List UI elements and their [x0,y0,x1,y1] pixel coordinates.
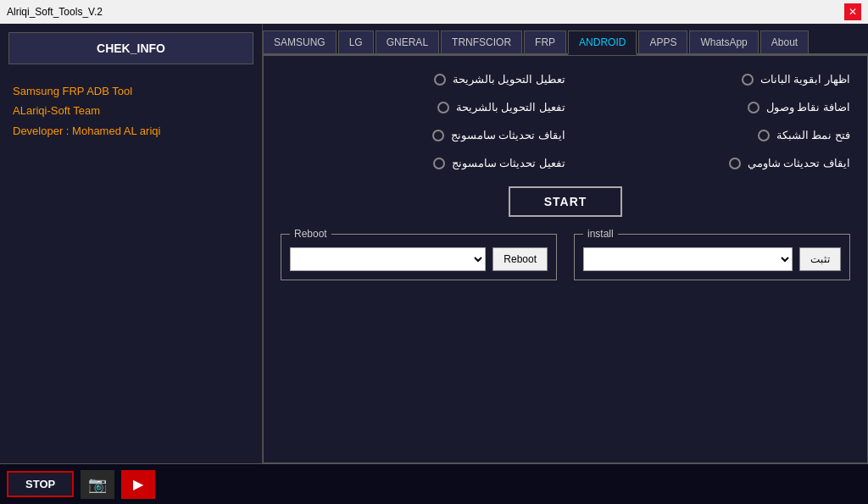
option-right-4-label: ايقاف تحديثات شاومي [748,157,850,169]
tab-samsung[interactable]: SAMSUNG [263,30,337,53]
reboot-button[interactable]: Reboot [492,247,548,271]
tab-trnfscior[interactable]: TRNFSCIOR [441,30,522,53]
option-left-2-label: تفعيل التحويل بالشريحة [456,101,565,114]
install-inner: تثبت [583,247,841,271]
radio-left-1[interactable] [434,74,446,86]
install-dropdown[interactable] [583,247,793,271]
option-right-3-label: فتح نمط الشبكة [776,129,850,141]
tab-android[interactable]: ANDROID [568,30,637,55]
option-left-1-label: تعطيل التحويل بالشريحة [453,73,565,86]
title-bar: Alriqi_Soft_Tools_V.2 ✕ [0,0,868,24]
option-left-3: ايقاف تحديثات سامسونج [281,129,565,141]
tab-whatsapp[interactable]: WhatsApp [689,30,758,53]
radio-right-3[interactable] [758,130,770,141]
radio-left-3[interactable] [432,130,444,141]
option-left-4-label: تفعيل تحديثات سامسونج [452,157,565,169]
option-left-2: تفعيل التحويل بالشريحة [281,101,565,114]
tab-about[interactable]: About [760,30,809,53]
radio-left-4[interactable] [433,158,445,169]
radio-right-4[interactable] [729,158,741,169]
main-container: CHEK_INFO Samsung FRP ADB Tool ALariqi-S… [0,24,868,463]
reboot-section: Reboot Reboot [281,234,557,280]
camera-button[interactable]: 📷 [81,470,114,499]
tab-apps[interactable]: APPS [638,30,687,53]
info-text: Samsung FRP ADB Tool ALariqi-Soft Team D… [0,73,262,149]
info-line-2: ALariqi-Soft Team [13,101,249,120]
options-grid: تعطيل التحويل بالشريحة تفعيل التحويل بال… [281,73,850,169]
tab-frp[interactable]: FRP [524,30,566,53]
content-area: تعطيل التحويل بالشريحة تفعيل التحويل بال… [263,55,868,463]
info-line-1: Samsung FRP ADB Tool [13,81,249,101]
youtube-button[interactable]: ▶ [121,470,155,499]
bottom-sections: Reboot Reboot install تث [281,234,850,280]
options-right-col: اظهار ابقوية البانات اضافة نقاط وصول فتح… [565,73,850,169]
start-button[interactable]: START [509,186,623,217]
radio-left-2[interactable] [437,102,449,114]
reboot-label: Reboot [290,228,331,240]
option-right-1: اظهار ابقوية البانات [565,73,850,86]
option-left-4: تفعيل تحديثات سامسونج [281,157,565,169]
option-left-3-label: ايقاف تحديثات سامسونج [451,129,565,141]
tab-gneral[interactable]: GNERAL [376,30,439,53]
option-right-2-label: اضافة نقاط وصول [766,101,850,114]
camera-icon: 📷 [88,475,107,494]
option-right-4: ايقاف تحديثات شاومي [565,157,850,169]
left-panel: CHEK_INFO Samsung FRP ADB Tool ALariqi-S… [0,24,263,463]
stop-button[interactable]: STOP [7,471,74,497]
radio-right-1[interactable] [742,74,754,86]
option-right-2: اضافة نقاط وصول [565,101,850,114]
tabs-bar: SAMSUNG LG GNERAL TRNFSCIOR FRP ANDROID … [263,24,868,55]
install-button[interactable]: تثبت [799,247,841,271]
option-right-3: فتح نمط الشبكة [565,129,850,141]
youtube-icon: ▶ [133,476,143,492]
install-section: install تثبت [574,234,850,280]
tab-lg[interactable]: LG [338,30,374,53]
close-button[interactable]: ✕ [844,3,861,20]
option-left-1: تعطيل التحويل بالشريحة [281,73,565,86]
chek-info-button[interactable]: CHEK_INFO [8,32,253,64]
radio-right-2[interactable] [748,102,760,114]
reboot-dropdown[interactable] [290,247,486,271]
app-title: Alriqi_Soft_Tools_V.2 [7,6,103,18]
reboot-inner: Reboot [290,247,548,271]
right-panel: SAMSUNG LG GNERAL TRNFSCIOR FRP ANDROID … [263,24,868,463]
options-left-col: تعطيل التحويل بالشريحة تفعيل التحويل بال… [281,73,565,169]
bottom-bar: STOP 📷 ▶ [0,463,868,504]
option-right-1-label: اظهار ابقوية البانات [760,73,850,86]
start-section: START [281,186,850,217]
info-line-3: Developer : Mohamed AL ariqi [13,121,249,141]
install-label: install [583,228,618,240]
